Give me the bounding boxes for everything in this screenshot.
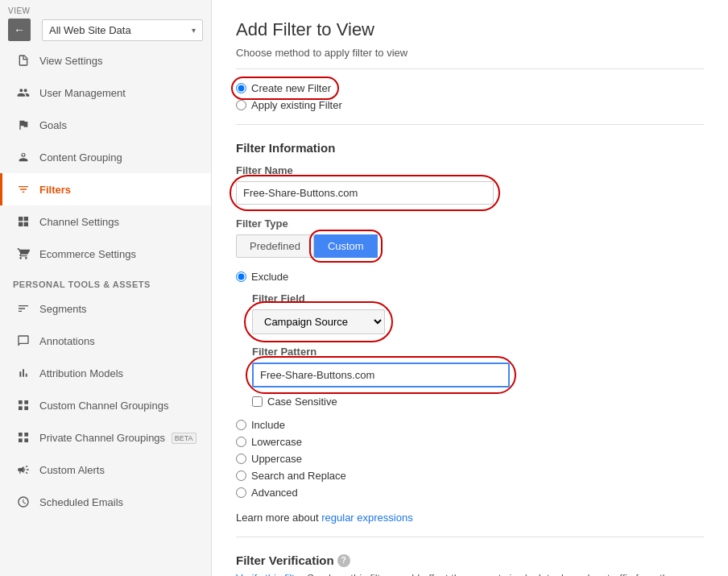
page-title: Add Filter to View [236,19,704,40]
learn-more-row: Learn more about regular expressions [236,512,704,524]
exclude-row: Exclude [236,271,704,283]
create-new-filter-label[interactable]: Create new Filter [251,82,331,94]
predefined-button[interactable]: Predefined [236,234,314,258]
advanced-option-row: Advanced [236,487,704,499]
filter-method-radio-group: Create new Filter Apply existing Filter [236,82,704,111]
exclude-label[interactable]: Exclude [251,271,288,283]
filter-pattern-label: Filter Pattern [252,346,704,358]
person-icon [15,149,31,165]
svg-rect-7 [24,438,28,442]
sidebar-nav: View Settings User Management Goals Cont… [0,44,211,576]
uppercase-radio[interactable] [236,454,246,464]
sidebar-item-filters[interactable]: Filters [0,173,211,205]
filter-name-input[interactable] [236,181,494,205]
sidebar-item-ecommerce-settings[interactable]: Ecommerce Settings [0,238,211,270]
case-sensitive-label[interactable]: Case Sensitive [267,396,337,408]
svg-rect-6 [19,438,23,442]
grid-small2-icon [15,429,31,445]
search-replace-radio[interactable] [236,470,246,481]
sidebar-item-label: Scheduled Emails [39,496,123,508]
sidebar-item-private-channel-groupings[interactable]: Private Channel Groupings BETA [0,421,211,454]
view-selector-text: All Web Site Data [49,24,192,36]
sidebar-item-label: Content Grouping [39,151,122,164]
svg-rect-5 [24,433,28,437]
include-label[interactable]: Include [251,419,285,431]
filter-type-label: Filter Type [236,218,704,230]
chevron-down-icon: ▾ [192,26,196,35]
page-subtitle: Choose method to apply filter to view [236,47,704,69]
beta-badge: BETA [172,433,196,444]
filter-icon [15,181,31,197]
sidebar-item-goals[interactable]: Goals [0,109,211,141]
sidebar-item-channel-settings[interactable]: Channel Settings [0,205,211,238]
sidebar-item-segments[interactable]: Segments [0,292,211,325]
filter-pattern-input[interactable] [252,363,510,387]
sidebar-item-label: User Management [39,87,126,99]
verification-title: Filter Verification ? [236,553,704,567]
include-radio[interactable] [236,420,246,430]
help-icon[interactable]: ? [337,554,350,567]
bar-chart-icon [15,365,31,381]
filter-field-container: Filter Field Campaign Source [252,292,704,334]
personal-tools-header: PERSONAL TOOLS & ASSETS [0,270,211,292]
exclude-radio[interactable] [236,271,246,282]
filter-name-label: Filter Name [236,164,704,176]
sidebar-item-custom-channel-groupings[interactable]: Custom Channel Groupings [0,389,211,421]
doc-icon [15,52,31,68]
sidebar-item-view-settings[interactable]: View Settings [0,44,211,77]
users-icon [15,85,31,101]
learn-more-text: Learn more about [236,512,321,524]
regular-expressions-link[interactable]: regular expressions [321,512,412,524]
view-label: VIEW [8,6,203,15]
search-replace-option-row: Search and Replace [236,470,704,482]
filter-field-select[interactable]: Campaign Source [252,309,385,334]
case-sensitive-row: Case Sensitive [252,396,704,408]
sidebar-item-annotations[interactable]: Annotations [0,325,211,357]
sidebar-item-label: Private Channel Groupings BETA [39,432,196,444]
sidebar-item-label: Goals [39,119,67,131]
sidebar-item-custom-alerts[interactable]: Custom Alerts [0,454,211,486]
search-replace-label[interactable]: Search and Replace [251,470,346,482]
sidebar-item-content-grouping[interactable]: Content Grouping [0,141,211,173]
sidebar-item-label: Filters [39,184,71,196]
svg-rect-1 [24,400,28,404]
sidebar-item-user-management[interactable]: User Management [0,77,211,109]
sidebar-item-label: View Settings [39,55,103,67]
apply-existing-filter-radio[interactable] [236,100,246,110]
filter-verification-section: Filter Verification ? Verify this filter… [236,553,704,576]
sidebar: VIEW ← All Web Site Data ▾ View Settings… [0,0,212,576]
custom-button[interactable]: Custom [314,234,378,258]
main-content: Add Filter to View Choose method to appl… [212,0,728,576]
view-selector[interactable]: All Web Site Data ▾ [42,19,203,41]
lowercase-radio[interactable] [236,437,246,447]
view-header: VIEW ← All Web Site Data ▾ [0,0,211,44]
uppercase-option-row: Uppercase [236,453,704,465]
filter-type-group: Predefined Custom [236,234,704,258]
filter-name-field: Filter Name [236,164,704,205]
back-button[interactable]: ← [8,19,31,41]
filter-field-label: Filter Field [252,292,704,305]
back-icon: ← [14,23,25,36]
create-new-filter-radio[interactable] [236,83,246,93]
create-filter-row: Create new Filter [236,82,704,94]
advanced-radio[interactable] [236,487,246,498]
lowercase-label[interactable]: Lowercase [251,436,302,448]
uppercase-label[interactable]: Uppercase [251,453,302,465]
lowercase-option-row: Lowercase [236,436,704,448]
apply-existing-row: Apply existing Filter [236,99,704,111]
verify-filter-link[interactable]: Verify this filter [236,572,304,576]
filter-pattern-container: Filter Pattern [252,346,704,387]
case-sensitive-checkbox[interactable] [252,396,263,407]
filter-info-section: Filter Information Filter Name Filter Ty… [236,141,704,537]
sidebar-item-scheduled-emails[interactable]: Scheduled Emails [0,486,211,518]
clock-icon [15,494,31,510]
svg-rect-3 [24,406,28,410]
sidebar-item-label: Channel Settings [39,216,119,228]
sidebar-item-attribution-models[interactable]: Attribution Models [0,357,211,389]
apply-existing-filter-label[interactable]: Apply existing Filter [251,99,342,111]
cart-icon [15,246,31,262]
flag-icon [15,117,31,133]
grid-small-icon [15,397,31,413]
advanced-label[interactable]: Advanced [251,487,298,499]
annotations-icon [15,333,31,349]
